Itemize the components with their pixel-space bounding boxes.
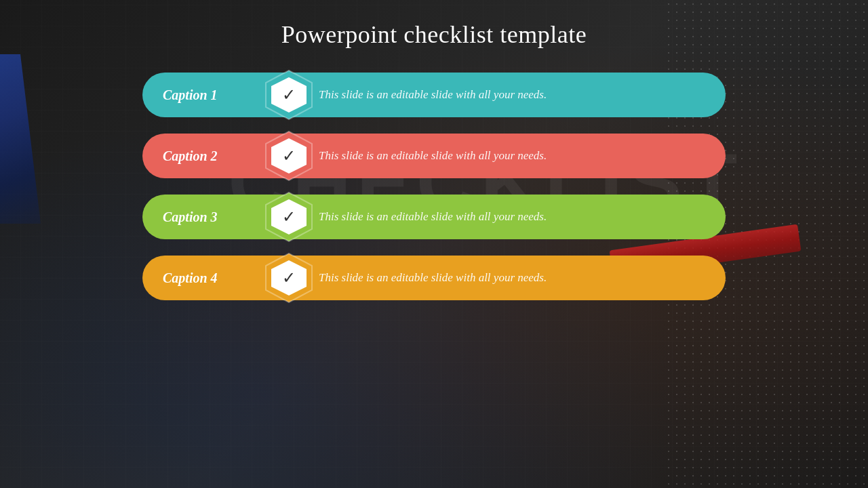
page-title: Powerpoint checklist template: [281, 20, 587, 49]
main-content: Powerpoint checklist template Caption 1 …: [0, 0, 868, 488]
pill-4: Caption 4 This slide is an editable slid…: [142, 256, 726, 300]
pill-3: Caption 3 This slide is an editable slid…: [142, 195, 726, 239]
caption-side-3: Caption 3: [142, 195, 278, 239]
checkmark-4: ✓: [282, 270, 296, 286]
hex-outer-2: ✓: [263, 130, 315, 182]
hex-1: ✓: [263, 69, 315, 121]
checklist-row-2: Caption 2 This slide is an editable slid…: [142, 131, 726, 180]
caption-label-2: Caption 2: [163, 148, 218, 164]
description-2: This slide is an editable slide with all…: [319, 149, 547, 163]
checkmark-2: ✓: [282, 148, 296, 164]
checklist-row-4: Caption 4 This slide is an editable slid…: [142, 253, 726, 302]
hex-outer-1: ✓: [263, 69, 315, 121]
pill-2: Caption 2 This slide is an editable slid…: [142, 134, 726, 178]
hex-4: ✓: [263, 252, 315, 304]
text-side-1: This slide is an editable slide with all…: [278, 73, 726, 117]
hex-3: ✓: [263, 191, 315, 243]
hex-outer-4: ✓: [263, 252, 315, 304]
checklist-row-3: Caption 3 This slide is an editable slid…: [142, 192, 726, 241]
description-3: This slide is an editable slide with all…: [319, 210, 547, 224]
pill-1: Caption 1 This slide is an editable slid…: [142, 73, 726, 117]
hex-2: ✓: [263, 130, 315, 182]
caption-label-4: Caption 4: [163, 270, 218, 286]
checklist-row-1: Caption 1 This slide is an editable slid…: [142, 70, 726, 119]
caption-side-2: Caption 2: [142, 134, 278, 178]
hex-outer-3: ✓: [263, 191, 315, 243]
caption-label-3: Caption 3: [163, 209, 218, 225]
text-side-2: This slide is an editable slide with all…: [278, 134, 726, 178]
description-4: This slide is an editable slide with all…: [319, 271, 547, 285]
caption-side-4: Caption 4: [142, 256, 278, 300]
description-1: This slide is an editable slide with all…: [319, 88, 547, 102]
checkmark-3: ✓: [282, 209, 296, 225]
caption-side-1: Caption 1: [142, 73, 278, 117]
text-side-3: This slide is an editable slide with all…: [278, 195, 726, 239]
text-side-4: This slide is an editable slide with all…: [278, 256, 726, 300]
checklist-container: Caption 1 This slide is an editable slid…: [142, 70, 726, 302]
caption-label-1: Caption 1: [163, 87, 218, 103]
checkmark-1: ✓: [282, 87, 296, 103]
